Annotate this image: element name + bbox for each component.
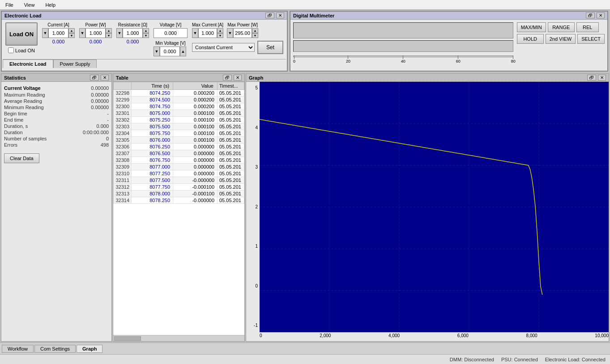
dmm-hold-btn[interactable]: HOLD (517, 34, 544, 44)
row-timestamp: 05.05.201 (218, 130, 244, 137)
max-current-up[interactable]: ▲ (217, 28, 223, 33)
stat-value-1: 0.00000 (91, 92, 109, 97)
tab-power-supply[interactable]: Power Supply (53, 59, 97, 68)
power-input[interactable] (85, 28, 106, 38)
min-voltage-label: Min Voltage [V] (154, 41, 188, 46)
tab-electronic-load[interactable]: Electronic Load (3, 59, 53, 68)
tab-workflow[interactable]: Workflow (2, 345, 34, 353)
row-time: 8075.500 (132, 123, 173, 130)
stats-title: Statistics (4, 75, 26, 80)
row-time: 8076.750 (132, 157, 173, 164)
max-power-down[interactable]: ▼ (227, 28, 233, 38)
row-value: -0.000100 (173, 190, 218, 197)
dmm-close-btn[interactable]: ✕ (597, 13, 605, 18)
tab-graph[interactable]: Graph (77, 345, 102, 353)
mode-select[interactable]: Constant Current Constant Voltage Consta… (192, 43, 255, 52)
min-volt-up-btn[interactable]: ▲ (180, 47, 186, 56)
max-power-dn[interactable]: ▼ (252, 33, 258, 38)
y-label-1: 1 (248, 244, 258, 249)
row-time: 8074.750 (132, 103, 173, 110)
resistance-up-btn[interactable]: ▲ (143, 28, 149, 33)
max-current-down[interactable]: ▼ (192, 28, 198, 38)
max-power-label: Max Power [W] (227, 22, 258, 27)
power-reading: 0.000 (82, 39, 109, 44)
table-row: 32298 8074.250 0.000200 05.05.201 (114, 90, 244, 97)
clear-data-button[interactable]: Clear Data (4, 153, 39, 163)
menu-file[interactable]: File (3, 1, 16, 8)
x-label-4000: 4,000 (388, 333, 400, 340)
resistance-down-btn2[interactable]: ▼ (143, 33, 149, 38)
set-button[interactable]: Set (257, 41, 283, 54)
dmm-select-btn[interactable]: SELECT (577, 34, 605, 44)
power-down-btn2[interactable]: ▼ (106, 33, 112, 38)
stat-label-8: Number of samples (4, 136, 47, 141)
x-label-6000: 6,000 (457, 333, 469, 340)
min-voltage-input[interactable] (160, 47, 180, 56)
current-input[interactable] (48, 28, 68, 38)
dmm-range-btn[interactable]: RANGE (548, 22, 575, 32)
resistance-input[interactable] (123, 28, 143, 38)
row-id: 32303 (114, 123, 132, 130)
graph-panel: Graph 🗗 ✕ 5 4 3 2 1 0 -1 (246, 73, 609, 342)
load-on-button[interactable]: Load ON (5, 22, 38, 46)
row-id: 32299 (114, 97, 132, 103)
resistance-down-btn[interactable]: ▼ (116, 28, 123, 38)
el-restore-btn[interactable]: 🗗 (265, 13, 274, 18)
max-current-label: Max Current [A] (192, 22, 223, 27)
menu-help[interactable]: Help (43, 1, 58, 8)
row-id: 32300 (114, 103, 132, 110)
power-down-btn[interactable]: ▼ (79, 28, 85, 38)
table-row: 32311 8077.500 -0.000000 05.05.201 (114, 177, 244, 184)
dmm-display-secondary (293, 40, 513, 52)
max-power-up[interactable]: ▲ (252, 28, 258, 33)
dmm-restore-btn[interactable]: 🗗 (586, 13, 595, 18)
row-timestamp: 05.05.201 (218, 190, 244, 197)
graph-restore-btn[interactable]: 🗗 (587, 75, 596, 80)
stat-row-8: Number of samples 0 (4, 135, 109, 142)
tab-com-settings[interactable]: Com Settings (34, 345, 76, 353)
power-label: Power [W] (85, 22, 106, 27)
stat-value-4: - (107, 111, 109, 116)
max-current-input[interactable] (198, 28, 217, 38)
max-current-dn[interactable]: ▼ (217, 33, 223, 38)
dmm-maxmin-btn[interactable]: MAX/MIN (517, 22, 546, 32)
stats-close-btn[interactable]: ✕ (101, 75, 109, 80)
current-down-btn2[interactable]: ▼ (68, 33, 75, 38)
graph-title: Graph (249, 75, 263, 80)
menu-view[interactable]: View (21, 1, 38, 8)
el-close-btn[interactable]: ✕ (276, 13, 284, 18)
row-timestamp: 05.05.201 (218, 157, 244, 164)
current-down-btn[interactable]: ▼ (42, 28, 48, 38)
min-volt-down-btn[interactable]: ▼ (154, 47, 160, 56)
table-row: 32301 8075.000 0.000100 05.05.201 (114, 110, 244, 117)
row-time: 8077.250 (132, 170, 173, 177)
max-power-input[interactable] (233, 28, 252, 38)
power-up-btn[interactable]: ▲ (106, 28, 112, 33)
table-close-btn[interactable]: ✕ (234, 75, 242, 80)
x-label-8000: 8,000 (526, 333, 537, 340)
current-up-btn[interactable]: ▲ (68, 28, 75, 33)
stat-label-3: Minimum Reading (4, 105, 44, 110)
table-row: 32308 8076.750 0.000000 05.05.201 (114, 157, 244, 164)
voltage-input[interactable] (154, 28, 188, 38)
table-restore-btn[interactable]: 🗗 (223, 75, 232, 80)
table-col-time: Time (s) (132, 82, 173, 90)
table-row: 32300 8074.750 0.000200 05.05.201 (114, 103, 244, 110)
dmm-rel-btn[interactable]: REL (576, 22, 599, 32)
row-value: -0.000100 (173, 184, 218, 190)
graph-close-btn[interactable]: ✕ (598, 75, 606, 80)
x-label-2000: 2,000 (320, 333, 331, 340)
row-time: 8074.250 (132, 90, 173, 97)
dmm-2ndview-btn[interactable]: 2nd VIEW (546, 34, 576, 44)
row-id: 32313 (114, 190, 132, 197)
row-timestamp: 05.05.201 (218, 103, 244, 110)
stat-row-9: Errors 498 (4, 142, 109, 148)
table-scrollbar-h[interactable] (113, 335, 244, 341)
stats-restore-btn[interactable]: 🗗 (90, 75, 99, 80)
load-on-checkbox[interactable] (8, 47, 14, 53)
row-timestamp: 05.05.201 (218, 177, 244, 184)
table-panel: Table 🗗 ✕ Time (s) Value Timest... (113, 73, 245, 342)
status-el: Electronic Load: Connected (545, 357, 606, 362)
status-dmm: DMM: Disconnected (450, 357, 494, 362)
row-value: 0.000200 (173, 90, 218, 97)
